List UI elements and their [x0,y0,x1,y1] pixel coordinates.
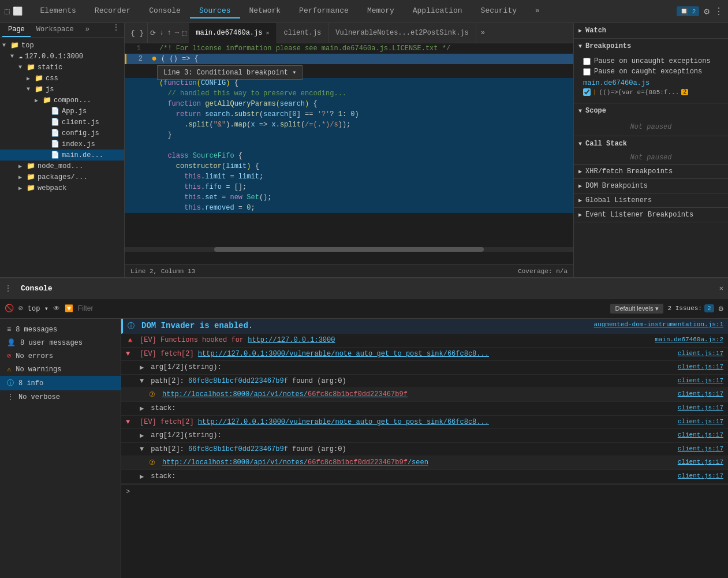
tree-item-nodemod[interactable]: ▶ 📁 node_mod... [0,161,124,171]
entry-source-link[interactable]: client.js:17 [678,418,723,425]
pause-uncaught-checkbox[interactable] [583,58,591,65]
tab-console[interactable]: Console [140,4,190,18]
issues-badge[interactable]: 🔲 2 [677,6,699,16]
tree-item-indexjs[interactable]: 📄 index.js [0,139,124,150]
tab-sources[interactable]: Sources [190,4,240,18]
more-tabs-button[interactable]: » [476,29,490,37]
url-link[interactable]: http://localhost:8000/api/v1/notes/66fc8… [162,390,408,398]
step-into-icon[interactable]: ↓ [159,29,163,37]
event-listener-bp-header[interactable]: ▶ Event Listener Breakpoints [574,208,728,222]
context-selector[interactable]: top ▾ [28,304,48,313]
sidebar-tab-page[interactable]: Page [2,23,31,37]
expand-icon[interactable]: ▼ [140,377,144,385]
filter-input[interactable] [78,304,606,312]
pause-uncaught-row[interactable]: Pause on uncaught exceptions [583,56,723,66]
close-tab-icon[interactable]: ✕ [266,29,269,36]
entry-source-link[interactable]: client.js:17 [678,377,723,384]
entry-source-link[interactable]: client.js:17 [678,458,723,465]
console-item-verbose[interactable]: ⋮ No verbose [0,390,121,404]
entry-source-link[interactable]: client.js:17 [678,472,723,479]
horizontal-scrollbar[interactable] [125,247,573,252]
entry-source-link[interactable]: client.js:17 [678,390,723,397]
tab-security[interactable]: Security [472,4,526,18]
tab-memory[interactable]: Memory [358,4,404,18]
dom-breakpoints-header[interactable]: ▶ DOM Breakpoints [574,179,728,193]
entry-source-link[interactable]: client.js:17 [678,404,723,411]
tab-performance[interactable]: Performance [290,4,358,18]
breakpoint-filename[interactable]: main.de67460a.js [583,79,723,87]
tree-item-mainde[interactable]: 📄 main.de... [0,150,124,161]
block-requests-icon[interactable]: ⊘ [18,304,23,313]
watch-section-header[interactable]: ▶ Watch [574,23,728,38]
expand-icon[interactable]: ▼ [140,445,144,453]
tab-more[interactable]: » [526,4,549,18]
tree-item-static[interactable]: ▼ 📁 static [0,62,124,73]
pause-caught-row[interactable]: Pause on caught exceptions [583,66,723,77]
entry-source-link[interactable]: client.js:17 [678,363,723,370]
file-tab-client[interactable]: client.js [277,23,329,43]
tree-item-top[interactable]: ▼ 📁 top [0,40,124,51]
tree-item-js[interactable]: ▼ 📁 js [0,84,124,95]
file-tab-vulnerable[interactable]: VulnerableNotes...et2PostSink.js [328,23,476,43]
console-input[interactable] [133,488,723,496]
console-item-errors[interactable]: ⊘ No errors [0,349,121,363]
breakpoints-section-header[interactable]: ▼ Breakpoints [574,39,728,54]
tab-application[interactable]: Application [404,4,472,18]
ev-hooked-url[interactable]: http://127.0.0.1:3000 [248,336,335,344]
issues-count-badge[interactable]: 2 Issues: 2 [668,304,714,312]
sidebar-menu-icon[interactable]: ⋮ [110,23,122,37]
expand-icon[interactable]: ▶ [140,431,144,440]
expand-icon[interactable]: ▶ [140,363,144,372]
tree-item-appjs[interactable]: 📄 App.js [0,106,124,117]
clear-console-icon[interactable]: 🚫 [5,304,14,313]
tree-item-css[interactable]: ▶ 📁 css [0,73,124,84]
global-listeners-header[interactable]: ▶ Global Listeners [574,193,728,207]
fetch-url[interactable]: http://127.0.0.1:3000/vulnerable/note_au… [198,418,489,426]
entry-source-link[interactable]: augmented-dom-instrumentation.js:1 [594,321,723,328]
format-icon[interactable]: { } [127,29,147,38]
console-item-user-messages[interactable]: 👤 8 user messages [0,336,121,349]
device-icon[interactable]: ⬜ [13,6,23,16]
tree-item-clientjs[interactable]: 📄 client.js [0,117,124,128]
tab-network[interactable]: Network [240,4,290,18]
sidebar-tab-workspace[interactable]: Workspace [31,23,80,37]
sidebar-tab-more[interactable]: » [80,23,95,37]
console-menu-icon[interactable]: ⋮ [5,284,12,293]
console-close-icon[interactable]: ✕ [719,284,723,293]
inspect-icon[interactable]: ⬚ [5,6,9,16]
entry-source-link[interactable]: client.js:17 [678,445,723,452]
tree-item-webpack[interactable]: ▶ 📁 webpack [0,182,124,193]
expand-icon[interactable]: ▶ [140,404,144,413]
code-container[interactable]: 1 /*! For license information please see… [125,43,573,264]
console-settings-icon[interactable]: ⚙ [719,304,723,314]
tree-item-host[interactable]: ▼ ☁ 127.0.0.1:3000 [0,51,124,62]
fetch-url[interactable]: http://127.0.0.1:3000/vulnerable/note_au… [198,350,489,358]
console-title[interactable]: Console [16,284,57,293]
tree-item-configjs[interactable]: 📄 config.js [0,128,124,139]
entry-source-link[interactable]: client.js:17 [678,350,723,357]
eye-icon[interactable]: 👁 [53,304,60,313]
step-over-icon[interactable]: ⟳ [150,29,156,38]
default-levels-button[interactable]: Default levels ▾ [610,304,663,314]
tree-item-packages[interactable]: ▶ 📁 packages/... [0,171,124,182]
settings-icon[interactable]: ⚙ [704,6,710,17]
pause-caught-checkbox[interactable] [583,68,591,76]
tree-item-compon[interactable]: ▶ 📁 compon... [0,95,124,106]
deactivate-bp-icon[interactable]: ⬚ [182,29,186,38]
console-item-warnings[interactable]: ⚠ No warnings [0,363,121,376]
url-link[interactable]: http://localhost:8000/api/v1/notes/66fc8… [162,458,428,467]
entry-source-link[interactable]: client.js:17 [678,431,723,438]
file-tab-main[interactable]: main.de67460a.js ✕ [189,23,277,43]
tab-elements[interactable]: Elements [31,4,85,18]
breakpoint-checkbox[interactable] [583,88,591,96]
call-stack-section-header[interactable]: ▼ Call Stack [574,136,728,151]
expand-icon[interactable]: ▶ [140,472,144,481]
more-options-icon[interactable]: ⋮ [714,6,723,17]
console-item-messages[interactable]: ≡ 8 messages [0,323,121,336]
step-out-icon[interactable]: ↑ [167,29,171,37]
step-next-icon[interactable]: → [175,29,179,37]
entry-source-link[interactable]: main.de67460a.js:2 [655,336,723,343]
console-item-info[interactable]: ⓘ 8 info [0,376,121,390]
scope-section-header[interactable]: ▼ Scope [574,103,728,118]
xhr-breakpoints-header[interactable]: ▶ XHR/fetch Breakpoints [574,165,728,178]
